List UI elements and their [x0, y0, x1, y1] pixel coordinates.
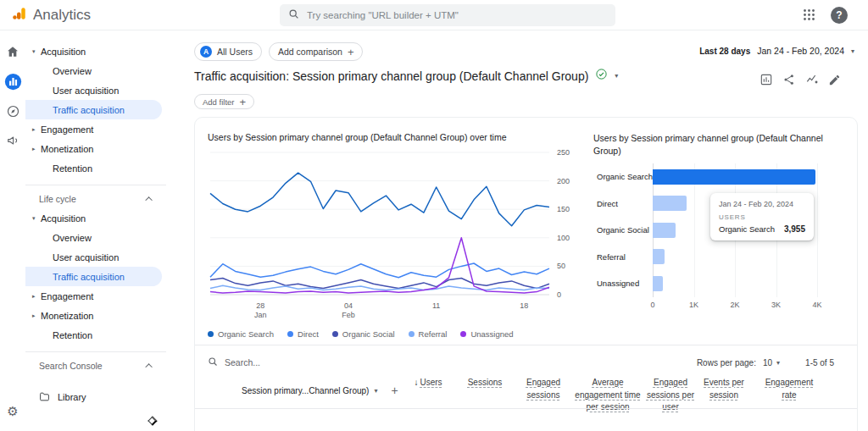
column-header-engaged-sessions[interactable]: Engaged sessions: [518, 377, 569, 401]
line-chart[interactable]: 05010015020025028Jan04Feb1118: [194, 144, 577, 323]
plus-icon: +: [348, 47, 354, 58]
tooltip-metric: USERS: [719, 213, 805, 221]
customize-report-icon[interactable]: [760, 73, 773, 86]
column-header-users[interactable]: ↓Users: [403, 377, 453, 390]
svg-text:04: 04: [344, 301, 353, 310]
bar-category-label: Organic Social: [597, 225, 653, 235]
caret-down-icon: ▾: [32, 48, 36, 55]
date-range-value: Jan 24 - Feb 20, 2024: [757, 46, 844, 56]
share-icon[interactable]: [782, 73, 796, 86]
rail-settings-gear-icon[interactable]: ⚙: [3, 402, 22, 421]
legend-direct[interactable]: Direct: [287, 329, 319, 339]
all-users-avatar: A: [200, 46, 212, 58]
nav-retention-1[interactable]: Retention: [25, 158, 162, 178]
global-search[interactable]: [280, 4, 615, 26]
bar[interactable]: [653, 196, 687, 211]
add-comparison-chip[interactable]: Add comparison +: [269, 42, 363, 61]
bar-axis-tick: 1K: [689, 301, 698, 309]
bar[interactable]: [653, 249, 665, 264]
rail-reports-icon[interactable]: [3, 72, 22, 91]
rows-per-page-select[interactable]: 10 ▾: [763, 358, 780, 367]
date-range-preset: Last 28 days: [699, 47, 750, 56]
column-header-engagement-rate[interactable]: Engagement rate: [757, 377, 821, 401]
bar-row[interactable]: Referral: [597, 244, 851, 271]
page-title: Traffic acquisition: Session primary cha…: [194, 69, 588, 83]
caret-down-icon: ▾: [374, 387, 377, 395]
nav-engagement-2[interactable]: ▸ Engagement: [25, 286, 162, 306]
bar-chart-title: Users by Session primary channel group (…: [593, 132, 848, 157]
dimension-header[interactable]: Session primary...Channel Group) ▾ +: [242, 384, 398, 397]
legend-organic-search[interactable]: Organic Search: [208, 329, 274, 339]
rail-home-icon[interactable]: [3, 42, 22, 61]
add-filter-button[interactable]: Add filter +: [194, 94, 254, 109]
data-quality-check-icon[interactable]: [595, 68, 608, 84]
report-nav: ▾ Acquisition Overview User acquisition …: [25, 30, 166, 431]
sort-desc-icon: ↓: [414, 378, 418, 387]
library-icon: [39, 391, 50, 404]
bar-category-label: Organic Search: [597, 172, 653, 181]
nav-acquisition-1[interactable]: ▾ Acquisition: [25, 41, 162, 61]
bar-axis-tick: 2K: [730, 301, 739, 309]
nav-library[interactable]: Library: [25, 387, 162, 406]
collapse-nav-icon[interactable]: [147, 416, 157, 425]
all-users-chip[interactable]: A All Users: [194, 42, 262, 61]
pagination-range: 1-5 of 5: [805, 358, 834, 367]
apps-grid-icon[interactable]: [803, 8, 815, 21]
nav-overview-1[interactable]: Overview: [25, 61, 162, 80]
topbar-actions: ?: [803, 7, 856, 24]
tooltip-date: Jan 24 - Feb 20, 2024: [719, 200, 805, 208]
legend-dot-icon: [332, 331, 338, 337]
nav-section-search-console[interactable]: Search Console: [25, 356, 166, 375]
analytics-logo[interactable]: Analytics: [12, 6, 91, 25]
nav-monetization-2[interactable]: ▸ Monetization: [25, 306, 162, 325]
svg-text:200: 200: [557, 177, 570, 185]
nav-section-lifecycle[interactable]: Life cycle: [25, 189, 166, 208]
nav-engagement-1[interactable]: ▸ Engagement: [25, 119, 162, 139]
caret-down-icon: ▾: [32, 215, 36, 222]
nav-monetization-1[interactable]: ▸ Monetization: [25, 139, 162, 158]
caret-down-icon: ▾: [851, 47, 854, 55]
legend-referral[interactable]: Referral: [409, 329, 448, 339]
report-actions: [760, 73, 841, 86]
rows-per-page-label: Rows per page:: [697, 358, 756, 367]
nav-retention-2[interactable]: Retention: [25, 325, 162, 345]
nav-traffic-acquisition-1[interactable]: Traffic acquisition: [25, 100, 162, 119]
rail-explore-icon[interactable]: [3, 102, 22, 120]
svg-text:Feb: Feb: [342, 311, 355, 319]
tooltip-series: Organic Search: [719, 224, 775, 234]
svg-text:28: 28: [256, 301, 264, 310]
legend-dot-icon: [460, 331, 466, 337]
search-input[interactable]: [307, 10, 607, 20]
bar[interactable]: [653, 223, 676, 238]
nav-overview-2[interactable]: Overview: [25, 228, 162, 247]
bar[interactable]: [653, 276, 663, 291]
rail-advertising-icon[interactable]: [3, 131, 22, 150]
legend-unassigned[interactable]: Unassigned: [460, 329, 513, 339]
nav-acquisition-2[interactable]: ▾ Acquisition: [25, 208, 162, 228]
bar[interactable]: [653, 169, 815, 185]
add-dimension-icon[interactable]: +: [391, 384, 398, 397]
caret-down-icon[interactable]: ▾: [615, 72, 618, 80]
legend-organic-social[interactable]: Organic Social: [332, 329, 395, 339]
help-icon[interactable]: ?: [831, 7, 848, 24]
edit-pencil-icon[interactable]: [828, 73, 841, 86]
caret-down-icon: ▾: [776, 359, 780, 367]
bar-category-label: Direct: [597, 199, 653, 208]
svg-text:250: 250: [557, 148, 570, 157]
table-search-input[interactable]: [225, 357, 335, 367]
bar-row[interactable]: Organic Search: [597, 163, 851, 191]
svg-text:0: 0: [557, 290, 561, 299]
insights-icon[interactable]: [805, 73, 819, 86]
legend-dot-icon: [409, 331, 415, 337]
svg-text:50: 50: [557, 262, 565, 270]
chart-legend: Organic Search Direct Organic Social Ref…: [208, 329, 514, 339]
nav-traffic-acquisition-2[interactable]: Traffic acquisition: [25, 267, 162, 286]
table-search[interactable]: [208, 355, 335, 370]
comparison-bar: A All Users Add comparison +: [194, 42, 363, 61]
nav-user-acquisition-2[interactable]: User acquisition: [25, 247, 162, 267]
column-header-events-per-session[interactable]: Events per session: [699, 377, 748, 401]
bar-row[interactable]: Unassigned: [597, 270, 851, 297]
date-range-picker[interactable]: Last 28 days Jan 24 - Feb 20, 2024 ▾: [699, 46, 854, 56]
column-header-sessions[interactable]: Sessions: [457, 377, 513, 390]
nav-user-acquisition-1[interactable]: User acquisition: [25, 80, 162, 100]
